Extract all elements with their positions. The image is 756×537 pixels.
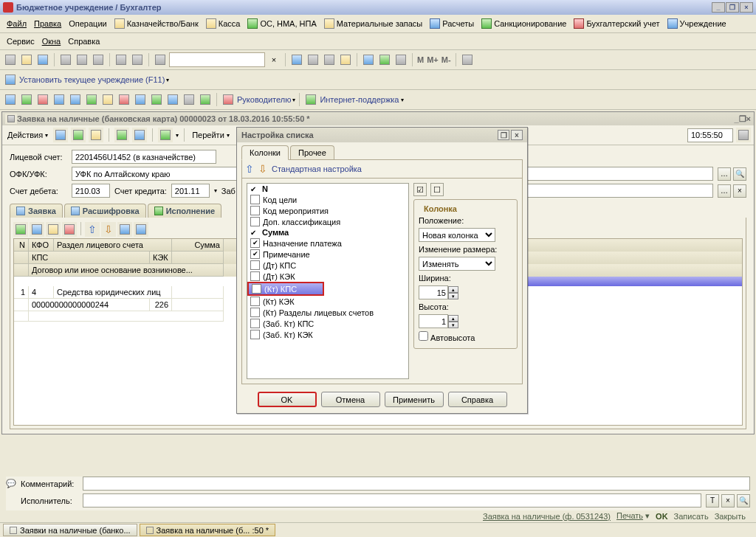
grid-down[interactable]: ⇩ — [101, 222, 116, 237]
lead-link[interactable]: Руководителю — [237, 95, 291, 104]
tab-request[interactable]: Заявка — [10, 204, 63, 218]
tab-detail[interactable]: Расшифровка — [64, 204, 146, 218]
print-menu[interactable]: Печать ▾ — [616, 511, 650, 521]
ok-button[interactable]: OK — [258, 392, 317, 407]
comment-input[interactable] — [83, 477, 750, 491]
t3-12[interactable] — [182, 92, 196, 107]
t3-5[interactable] — [68, 92, 83, 107]
grid-edit[interactable] — [46, 222, 61, 237]
list-item[interactable]: Назначение платежа — [247, 238, 408, 249]
ab-4[interactable] — [114, 128, 129, 142]
dlg-float-icon[interactable]: ❐ — [498, 130, 509, 140]
timestamp-field[interactable] — [687, 128, 733, 142]
list-item[interactable]: N — [247, 184, 408, 194]
dlg-tab-other[interactable]: Прочее — [290, 145, 334, 159]
ab-refresh[interactable] — [158, 128, 173, 142]
cut-icon[interactable] — [58, 52, 73, 67]
calc-icon[interactable] — [289, 52, 304, 67]
t3-13[interactable] — [198, 92, 213, 107]
table-icon[interactable] — [361, 52, 376, 67]
col-sum[interactable]: Сумма — [172, 239, 224, 252]
search-icon[interactable] — [153, 52, 168, 67]
zab-clear[interactable]: × — [733, 184, 746, 198]
grid-copy[interactable] — [30, 222, 44, 237]
autoheight-check[interactable]: Автовысота — [419, 333, 475, 342]
list-item[interactable]: Код цели — [247, 194, 408, 205]
menu-accounting[interactable]: Бухгалтерский учет — [571, 17, 662, 30]
doc-icon[interactable] — [394, 52, 408, 67]
set-org-link[interactable]: Установить текущее учреждение (F11) — [19, 75, 165, 84]
ofk-pick[interactable]: … — [718, 167, 731, 181]
help-button[interactable]: Справка — [448, 392, 507, 407]
grid-sort-up[interactable] — [117, 222, 132, 237]
col-kps[interactable]: КПС — [29, 252, 150, 264]
t3-10[interactable] — [149, 92, 164, 107]
list-item[interactable]: (Кт) КЭК — [247, 296, 408, 307]
list-item[interactable]: (Дт) КЭК — [247, 271, 408, 282]
t3-6[interactable] — [84, 92, 99, 107]
apply-button[interactable]: Применить — [385, 392, 444, 407]
ab-post[interactable] — [53, 128, 68, 142]
doc-close[interactable]: × — [746, 114, 751, 123]
cancel-button[interactable]: Отмена — [321, 392, 380, 407]
exec-lens-icon[interactable]: 🔍 — [737, 494, 750, 507]
sheet-icon[interactable] — [377, 52, 392, 67]
zab-input[interactable] — [521, 184, 713, 198]
list-item[interactable]: Код мероприятия — [247, 205, 408, 216]
actions-menu[interactable]: Действия▾ — [5, 129, 50, 141]
t3-4[interactable] — [52, 92, 66, 107]
clear-search-icon[interactable]: × — [267, 52, 281, 67]
t3-2[interactable] — [19, 92, 34, 107]
ab-3[interactable] — [89, 128, 103, 142]
menu-sanc[interactable]: Санкционирование — [479, 17, 568, 30]
calendar-pick-icon[interactable] — [736, 128, 751, 142]
spin-dn-2[interactable]: ▾ — [448, 322, 458, 328]
t3-1[interactable] — [3, 92, 18, 107]
menu-org[interactable]: Учреждение — [665, 17, 729, 30]
spin-dn[interactable]: ▾ — [448, 293, 458, 299]
mode-mplus[interactable]: M+ — [427, 55, 439, 64]
menu-treasury[interactable]: Казначейство/Банк — [112, 17, 201, 30]
restore-button[interactable]: ❐ — [726, 2, 739, 13]
close-button[interactable]: × — [740, 2, 753, 13]
std-settings-link[interactable]: Стандартная настройка — [272, 164, 362, 173]
menu-assets[interactable]: ОС, НМА, НПА — [245, 17, 318, 30]
calendar-icon[interactable] — [306, 52, 320, 67]
grid-add[interactable] — [13, 222, 28, 237]
grid-sort-dn[interactable] — [134, 222, 148, 237]
task-1[interactable]: Заявки на наличные (банко... — [3, 524, 137, 536]
executor-input[interactable] — [83, 493, 701, 507]
spin-up[interactable]: ▴ — [448, 286, 458, 293]
dlg-close-icon[interactable]: × — [511, 130, 523, 140]
t3-9[interactable] — [133, 92, 148, 107]
clock-icon[interactable] — [322, 52, 337, 67]
list-item[interactable]: (Заб. Кт) КПС — [247, 318, 408, 329]
dt-input[interactable] — [72, 184, 110, 198]
support-link[interactable]: Интернет-поддержка — [320, 95, 399, 104]
copy-icon[interactable] — [75, 52, 89, 67]
open-icon[interactable] — [19, 52, 34, 67]
list-item[interactable]: Доп. классификация — [247, 216, 408, 227]
mode-mminus[interactable]: M- — [441, 55, 451, 64]
position-select[interactable]: Новая колонка — [419, 228, 495, 242]
person-icon[interactable] — [221, 92, 236, 107]
resize-select[interactable]: Изменять — [419, 257, 495, 271]
ofk-lens-icon[interactable]: 🔍 — [733, 167, 746, 181]
search-combo[interactable] — [169, 52, 265, 67]
menu-edit[interactable]: Правка — [32, 18, 63, 30]
uncheck-all-icon[interactable]: ☐ — [430, 183, 444, 196]
height-input[interactable] — [419, 314, 448, 328]
exec-x[interactable]: × — [721, 494, 735, 507]
minimize-button[interactable]: _ — [712, 2, 725, 13]
paste-icon[interactable] — [91, 52, 106, 67]
menu-file[interactable]: Файл — [4, 18, 29, 30]
list-item-selected[interactable]: (Кт) КПС — [247, 282, 324, 296]
exec-t[interactable]: T — [706, 494, 719, 507]
col-contract[interactable]: Договор или иное основание возникнове... — [29, 264, 224, 277]
col-n[interactable]: N — [14, 239, 29, 252]
account-input[interactable] — [72, 150, 216, 164]
check-all-icon[interactable]: ☑ — [413, 183, 427, 196]
doc-max[interactable]: ❐ — [739, 114, 746, 124]
list-item[interactable]: (Дт) КПС — [247, 260, 408, 271]
mode-m[interactable]: M — [417, 55, 424, 64]
